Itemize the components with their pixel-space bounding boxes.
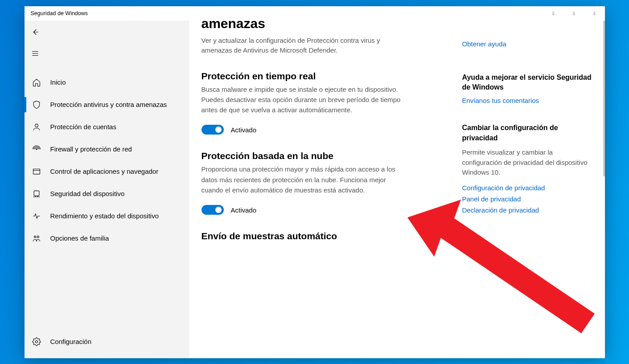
sidebar-item-account[interactable]: Protección de cuentas — [25, 116, 189, 138]
privacy-link-0[interactable]: Configuración de privacidad — [462, 184, 594, 192]
sidebar-item-settings[interactable]: Configuración — [25, 331, 189, 353]
section-realtime: Protección en tiempo realBusca malware e… — [201, 71, 407, 135]
svg-rect-3 — [34, 191, 39, 196]
window-controls:    — [543, 6, 605, 20]
sidebar-settings-label: Configuración — [50, 338, 92, 345]
virus-icon — [31, 100, 42, 109]
help-link[interactable]: Obtener ayuda — [462, 40, 594, 48]
gear-icon — [31, 337, 42, 346]
appbrowser-icon — [31, 167, 42, 176]
toggle-label: Activado — [231, 206, 257, 214]
page-title: amenazas — [201, 20, 444, 31]
sidebar-item-label: Rendimiento y estado del dispositivo — [50, 212, 159, 220]
scrollbar[interactable] — [603, 20, 605, 358]
firewall-icon — [31, 145, 42, 154]
sidebar-item-label: Firewall y protección de red — [50, 145, 132, 153]
section-samples: Envío de muestras automático — [201, 231, 407, 241]
sidebar-item-label: Control de aplicaciones y navegador — [50, 168, 159, 175]
page-desc: Ver y actualizar la configuración de Pro… — [201, 36, 407, 56]
section-desc: Busca malware e impide que se instale o … — [201, 84, 407, 115]
svg-point-0 — [35, 124, 38, 127]
account-icon — [31, 123, 42, 131]
home-icon — [31, 78, 42, 87]
feedback-link[interactable]: Envíanos tus comentarios — [462, 97, 594, 104]
privacy-link-2[interactable]: Declaración de privacidad — [462, 206, 594, 214]
svg-point-5 — [37, 236, 39, 237]
toggle-realtime[interactable] — [201, 125, 224, 135]
sidebar-item-firewall[interactable]: Firewall y protección de red — [25, 138, 189, 160]
sidebar-item-health[interactable]: Rendimiento y estado del dispositivo — [25, 205, 189, 227]
close-button[interactable]:  — [584, 6, 605, 20]
hamburger-button[interactable] — [25, 44, 46, 63]
sidebar-item-family[interactable]: Opciones de familia — [25, 227, 189, 249]
minimize-button[interactable]:  — [543, 6, 564, 20]
sidebar-item-label: Protección de cuentas — [50, 123, 116, 131]
sidebar-item-label: Inicio — [50, 78, 66, 86]
window-title: Seguridad de Windows — [31, 10, 88, 16]
svg-point-1 — [36, 149, 37, 150]
svg-rect-2 — [33, 169, 40, 174]
family-icon — [31, 234, 42, 243]
menu-icon — [31, 49, 39, 57]
privacy-link-1[interactable]: Panel de privacidad — [462, 195, 594, 203]
maximize-button[interactable]:  — [564, 6, 584, 20]
privacy-title: Cambiar la configuración de privacidad — [462, 123, 594, 143]
sidebar-item-label: Protección antivirus y contra amenazas — [50, 101, 167, 108]
sidebar: InicioProtección antivirus y contra amen… — [25, 20, 189, 358]
privacy-desc: Permite visualizar y cambiar la configur… — [462, 147, 594, 178]
section-title: Protección basada en la nube — [201, 151, 407, 161]
sidebar-list: InicioProtección antivirus y contra amen… — [25, 71, 189, 249]
section-title: Envío de muestras automático — [201, 231, 407, 241]
window: Seguridad de Windows    InicioProtecc… — [25, 6, 605, 358]
sidebar-item-virus[interactable]: Protección antivirus y contra amenazas — [25, 94, 189, 116]
sidebar-item-label: Seguridad del dispositivo — [50, 190, 125, 197]
section-title: Protección en tiempo real — [201, 71, 407, 82]
svg-point-6 — [35, 340, 37, 343]
right-panel: Obtener ayuda Ayuda a mejorar el servici… — [458, 20, 605, 358]
arrow-left-icon — [31, 28, 39, 36]
sidebar-item-appbrowser[interactable]: Control de aplicaciones y navegador — [25, 160, 189, 183]
sidebar-item-home[interactable]: Inicio — [25, 71, 189, 94]
device-icon — [31, 189, 42, 198]
svg-point-4 — [34, 236, 36, 237]
section-cloud: Protección basada en la nubeProporciona … — [201, 151, 407, 215]
titlebar: Seguridad de Windows    — [25, 6, 605, 20]
improve-title: Ayuda a mejorar el servicio Seguridad de… — [462, 73, 594, 93]
toggle-label: Activado — [231, 126, 257, 134]
sidebar-item-label: Opciones de familia — [50, 234, 109, 242]
toggle-cloud[interactable] — [201, 205, 224, 215]
main-content: amenazas Ver y actualizar la configuraci… — [189, 20, 458, 358]
back-button[interactable] — [25, 22, 46, 42]
scrollbar-thumb[interactable] — [603, 20, 605, 176]
health-icon — [31, 212, 42, 221]
section-desc: Proporciona una protección mayor y más r… — [201, 164, 407, 195]
sidebar-item-device[interactable]: Seguridad del dispositivo — [25, 183, 189, 205]
